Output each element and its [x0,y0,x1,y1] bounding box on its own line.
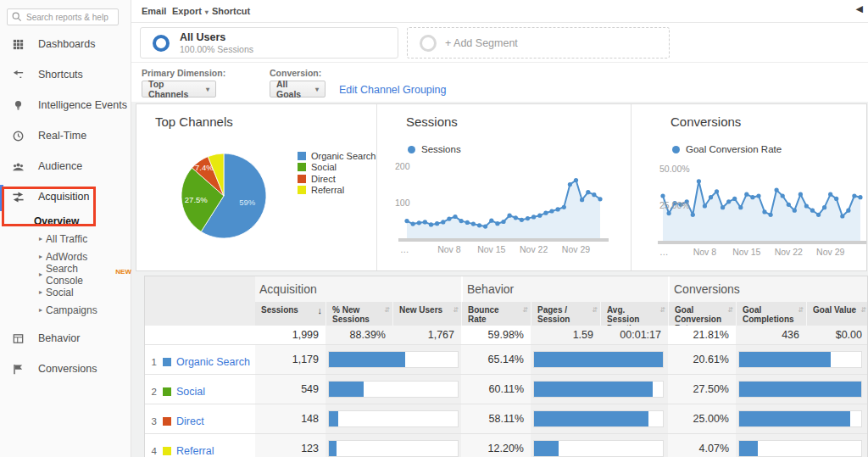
data-point [822,205,826,209]
data-point [471,222,476,226]
segment-all-users[interactable]: All Users 100.00% Sessions [140,27,398,59]
search-box[interactable] [7,8,119,25]
channel-link-direct[interactable]: Direct [176,415,204,427]
column-header-label: Goal Value [813,305,856,315]
value-cell: 65.14% [461,345,531,374]
table-row-label: 3Direct [145,404,255,433]
channel-link-social[interactable]: Social [176,386,205,398]
sidebar-item-audience[interactable]: Audience [0,151,131,181]
sidebar-item-real-time[interactable]: Real-Time [0,120,131,151]
x-tick-label: Nov 15 [477,244,505,254]
chevron-down-icon: ▾ [315,86,319,93]
data-point [537,214,542,218]
column-header-goal-conversion-rate[interactable]: Goal Conversion Rate⇵ [668,302,736,326]
data-point [441,220,445,224]
data-point [816,213,821,217]
search-input[interactable] [25,12,117,23]
primary-dimension-dropdown[interactable]: Top Channels▾ [142,81,216,98]
legend-swatch [298,163,306,171]
channel-swatch [163,417,171,426]
totals-cell: 00:01:17 [600,326,668,345]
column-header-label: % New Sessions [332,305,370,324]
sort-descending-icon: ↓ [318,306,323,315]
value-cell: 25.00% [668,404,736,433]
sidebar-item-label: Shortcuts [38,69,83,81]
sidebar-item-label: All Traffic [46,233,87,245]
area-fill [407,181,600,241]
sidebar-item-behavior[interactable]: Behavior [0,323,131,354]
data-point [697,179,701,183]
sidebar-item-label: Search Console [46,263,113,287]
email-button[interactable]: Email [142,6,166,16]
expand-arrow-icon: ▸ [39,270,42,278]
edit-channel-grouping-link[interactable]: Edit Channel Grouping [339,84,446,96]
bar-fill [739,441,758,456]
bar-track [533,440,664,457]
collapse-panel-icon[interactable]: ◀ [856,3,863,14]
column-header-goal-value[interactable]: Goal Value⇵ [806,302,868,326]
sidebar-item-all-traffic[interactable]: ▸All Traffic [0,230,131,248]
column-header-avg-session-duration[interactable]: Avg. Session Duration⇵ [600,302,668,326]
value-cell: 12.20% [461,434,531,457]
totals-cell: 21.81% [668,326,736,345]
export-button[interactable]: Export▾ [172,6,209,16]
column-header-bounce-rate[interactable]: Bounce Rate⇵ [461,302,531,326]
data-point [417,220,421,225]
sidebar-item-label: Behavior [38,332,80,344]
data-point [508,214,512,218]
sidebar-item-overview[interactable]: Overview [0,212,131,230]
sidebar-item-acquisition[interactable]: Acquisition [0,181,131,212]
x-tick-label: Nov 22 [520,244,548,254]
sidebar-item-intelligence-events[interactable]: Intelligence Events [0,90,131,120]
channel-swatch [163,358,171,366]
data-point [726,199,731,203]
data-point [691,213,695,217]
sidebar-item-conversions[interactable]: Conversions [0,354,131,384]
segment-donut-icon [153,35,170,52]
bar-track [738,440,862,457]
conversion-dropdown[interactable]: All Goals▾ [270,81,326,98]
sidebar-item-label: Campaigns [46,304,97,316]
totals-cell: 436 [736,326,806,345]
group-header-label: Behavior [467,282,514,296]
data-point [586,190,590,194]
channel-link-organic-search[interactable]: Organic Search [176,356,250,368]
data-point [453,215,457,219]
bar-track [738,410,862,427]
sidebar-item-search-console[interactable]: ▸Search ConsoleNEW [0,265,131,283]
sidebar-item-campaigns[interactable]: ▸Campaigns [0,301,131,319]
totals-cell: 1,999 [255,326,326,345]
column-header-pages-session[interactable]: Pages / Session⇵ [531,302,600,326]
column-header-goal-completions[interactable]: Goal Completions⇵ [736,302,806,326]
column-header-new-users[interactable]: New Users⇵ [392,302,461,326]
sessions-legend-dot [408,146,415,153]
overview-charts-panel: Top Channels 59%27.5%7.4% Organic Search… [136,103,867,271]
export-label: Export [172,6,202,16]
data-point [580,198,584,202]
data-point [828,192,832,197]
bar-fill [739,382,861,397]
sidebar-item-dashboards[interactable]: Dashboards [0,29,131,59]
chevron-down-icon: ▾ [206,86,209,93]
column-header--new-sessions[interactable]: % New Sessions⇵ [326,302,392,326]
bar-fill [534,411,648,426]
goal-conversion-rate-line-chart: 50.00%25.00%…Nov 8Nov 15Nov 22Nov 29 [658,158,868,259]
column-header-sessions[interactable]: Sessions↓ [255,302,326,326]
add-segment-button[interactable]: + Add Segment [407,27,670,59]
row-rank: 2 [145,387,157,397]
totals-cell: 1,767 [392,326,461,345]
channel-link-referral[interactable]: Referral [176,445,214,457]
sidebar-item-label: Intelligence Events [38,99,127,111]
segment-title: All Users [180,31,253,43]
sidebar-item-label: Audience [38,160,82,172]
sidebar-item-shortcuts[interactable]: Shortcuts [0,59,131,90]
value-cell: 549 [255,375,326,404]
data-point [667,211,671,215]
x-axis [398,238,609,242]
channel-swatch [163,387,171,396]
totals-cell: 59.98% [461,326,531,345]
data-point [750,195,754,199]
shortcut-button[interactable]: Shortcut [212,6,250,16]
channels-data-table: AcquisitionBehaviorConversionsSessions↓%… [144,276,868,457]
bar-fill [534,441,559,456]
